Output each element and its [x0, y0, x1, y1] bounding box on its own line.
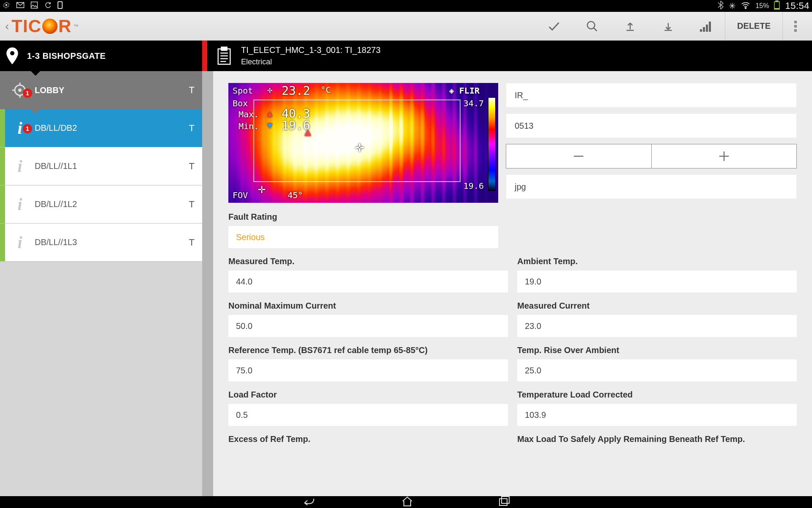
scale-low: 19.6 [464, 181, 484, 191]
field-label: Temperature Load Corrected [517, 390, 797, 400]
sidebar-stripe [0, 71, 5, 109]
fov-label: FOV [233, 190, 248, 200]
info-icon: i [17, 118, 22, 138]
sync-icon [44, 1, 52, 11]
temp-load-corrected-field[interactable]: 103.9 [517, 404, 797, 426]
clock-text: 15:54 [785, 0, 809, 11]
load-factor-field[interactable]: 0.5 [228, 404, 508, 426]
sidebar: 1 LOBBY T i 1 DB/LL/DB2 T i DB/LL//1L1 T… [0, 71, 202, 496]
svg-rect-31 [499, 499, 507, 505]
field-label: Load Factor [228, 390, 508, 400]
context-bar: 1-3 BISHOPSGATE TI_ELECT_HMC_1-3_001: TI… [0, 41, 812, 71]
upload-button[interactable] [611, 12, 649, 41]
nav-back-button[interactable] [301, 495, 316, 508]
clipboard-icon [217, 47, 232, 65]
mail-icon [16, 2, 25, 10]
svg-rect-7 [774, 8, 779, 9]
fov-value: 45° [288, 190, 303, 200]
scale-high: 34.7 [464, 98, 484, 108]
field-label: Measured Current [517, 301, 797, 311]
sidebar-stripe [0, 147, 5, 185]
svg-rect-17 [221, 47, 227, 50]
image-ext-field[interactable]: jpg [506, 174, 797, 199]
crosshair-icon: ✛ [355, 138, 364, 155]
svg-point-4 [745, 8, 746, 9]
back-button[interactable]: ‹ [4, 19, 11, 33]
delete-button[interactable]: DELETE [725, 12, 782, 41]
overflow-menu-button[interactable] [782, 12, 808, 41]
reference-temp-field[interactable]: 75.0 [228, 359, 508, 381]
svg-rect-12 [709, 22, 711, 32]
sidebar-item-db2[interactable]: i 1 DB/LL/DB2 T [0, 109, 202, 147]
measured-current-field[interactable]: 23.0 [517, 315, 797, 337]
settings-icon [3, 1, 10, 11]
increment-button[interactable] [652, 144, 797, 168]
download-button[interactable] [649, 12, 687, 41]
thermal-image[interactable]: Spot ✢ 23.2 °C Box Max. ▲ 40.3 Min. ▼ 19… [228, 83, 498, 203]
ambient-temp-field[interactable]: 19.0 [517, 271, 797, 293]
measured-temp-field[interactable]: 44.0 [228, 271, 508, 293]
field-label: Ambient Temp. [517, 257, 797, 266]
field-label: Excess of Ref Temp. [228, 434, 508, 444]
sidebar-item-t: T [189, 85, 195, 96]
svg-rect-13 [794, 21, 797, 23]
sidebar-item-1l1[interactable]: i DB/LL//1L1 T [0, 147, 202, 185]
search-button[interactable] [573, 12, 611, 41]
nav-recent-button[interactable] [498, 496, 511, 508]
vibrate-icon: ✳ [729, 1, 736, 11]
nav-home-button[interactable] [401, 495, 414, 508]
info-icon: i [17, 194, 22, 214]
bluetooth-icon [718, 1, 724, 11]
temp-rise-field[interactable]: 25.0 [517, 359, 797, 381]
sidebar-item-lobby[interactable]: 1 LOBBY T [0, 71, 202, 109]
sidebar-item-t: T [189, 161, 195, 172]
image-number-field[interactable]: 0513 [506, 113, 797, 138]
chevron-down-icon [30, 71, 41, 76]
sidebar-item-label: DB/LL//1L1 [35, 161, 189, 171]
field-label: Reference Temp. (BS7671 ref cable temp 6… [228, 345, 508, 355]
spot-marker-icon: ✢ [267, 85, 272, 95]
android-nav-bar [0, 496, 812, 508]
logo-right: R [58, 16, 71, 36]
image-prefix-field[interactable]: IR_ [506, 83, 797, 108]
location-header[interactable]: 1-3 BISHOPSGATE [0, 41, 202, 71]
unit-label: °C [321, 85, 331, 95]
sidebar-stripe [0, 109, 5, 147]
sidebar-item-t: T [189, 199, 195, 210]
battery-icon [774, 0, 780, 11]
image-icon [30, 1, 38, 11]
document-title: TI_ELECT_HMC_1-3_001: TI_18273 [241, 45, 381, 55]
sidebar-item-1l3[interactable]: i DB/LL//1L3 T [0, 224, 202, 262]
field-label: Temp. Rise Over Ambient [517, 345, 797, 355]
max-point-icon: ▲ [304, 125, 311, 138]
min-label: Min. [239, 121, 259, 131]
main-content: Spot ✢ 23.2 °C Box Max. ▲ 40.3 Min. ▼ 19… [213, 71, 812, 496]
max-marker-icon: ▲ [267, 108, 272, 119]
signal-button[interactable] [687, 12, 725, 41]
max-label: Max. [239, 109, 259, 119]
svg-rect-11 [706, 25, 708, 32]
sidebar-item-label: LOBBY [35, 86, 189, 95]
chevron-down-icon [30, 109, 41, 114]
confirm-button[interactable] [535, 12, 573, 41]
svg-rect-6 [776, 0, 778, 2]
min-marker-icon: ▼ [267, 120, 272, 130]
info-icon: i [17, 156, 22, 176]
location-pin-icon [6, 47, 19, 64]
decrement-button[interactable] [506, 144, 652, 168]
sidebar-stripe [0, 224, 5, 261]
app-header: ‹ TIC R ™ DELETE [0, 12, 812, 41]
battery-text: 15% [755, 2, 769, 10]
sidebar-item-t: T [189, 123, 195, 134]
spot-label: Spot [233, 86, 253, 96]
app-logo[interactable]: TIC R ™ [11, 16, 79, 36]
svg-rect-9 [700, 29, 702, 32]
fault-rating-label: Fault Rating [228, 212, 797, 222]
document-subtitle: Electrical [241, 58, 381, 66]
logo-left: TIC [11, 16, 41, 36]
fault-rating-value[interactable]: Serious [228, 226, 498, 248]
logo-o-icon [42, 19, 58, 34]
nominal-max-current-field[interactable]: 50.0 [228, 315, 508, 337]
sidebar-item-1l2[interactable]: i DB/LL//1L2 T [0, 185, 202, 224]
svg-rect-3 [58, 2, 62, 8]
